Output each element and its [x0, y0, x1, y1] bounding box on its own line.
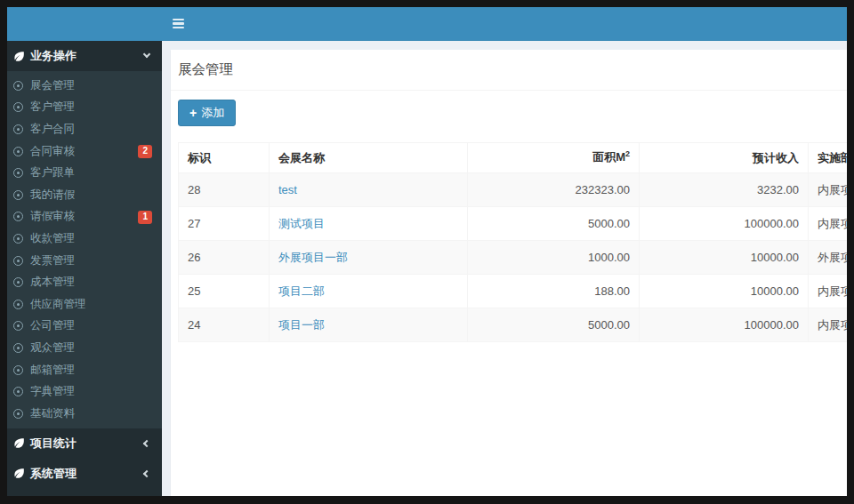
table-row: 24项目一部5000.00100000.00内展项目: [179, 308, 848, 342]
cell-income: 10000.00: [640, 275, 809, 308]
cell-id: 27: [179, 207, 270, 241]
cell-dept: 内展项目: [809, 275, 848, 308]
sidebar-submenu: 展会管理 客户管理 客户合同 合同审核 2 客户跟单 我的请假 请假审核 1 收…: [7, 71, 162, 428]
circle-dot-icon: [13, 256, 23, 266]
cell-area: 5000.00: [468, 207, 640, 241]
add-button-label: 添加: [201, 105, 224, 121]
app-window: 业务操作 展会管理 客户管理 客户合同 合同审核 2 客户跟单 我的请假 请假审…: [7, 7, 847, 496]
cell-id: 26: [179, 241, 270, 275]
cell-income: 10000.00: [640, 241, 809, 275]
circle-dot-icon: [13, 147, 23, 156]
sidebar-item-label: 发票管理: [30, 253, 75, 268]
cell-area: 232323.00: [468, 173, 640, 207]
sidebar-item[interactable]: 基础资料: [7, 403, 162, 425]
sidebar-item-label: 收款管理: [30, 231, 75, 246]
sidebar: 业务操作 展会管理 客户管理 客户合同 合同审核 2 客户跟单 我的请假 请假审…: [7, 7, 162, 496]
table-row: 27测试项目5000.00100000.00内展项目: [179, 207, 848, 241]
sidebar-item-label: 我的请假: [30, 188, 75, 203]
sidebar-item[interactable]: 客户跟单: [7, 162, 162, 184]
sidebar-item-label: 基础资料: [30, 406, 75, 421]
plus-icon: +: [189, 107, 197, 119]
sidebar-item[interactable]: 合同审核 2: [7, 140, 162, 163]
sidebar-item-label: 展会管理: [30, 78, 75, 93]
cell-area: 1000.00: [468, 241, 640, 275]
sidebar-section: 项目统计: [7, 428, 162, 459]
sidebar-item[interactable]: 成本管理: [7, 271, 162, 293]
circle-dot-icon: [13, 321, 23, 331]
sidebar-item-label: 公司管理: [30, 318, 75, 333]
cell-dept: 内展项目: [809, 308, 848, 342]
cell-income: 3232.00: [640, 173, 809, 207]
exhibition-link[interactable]: test: [278, 183, 297, 196]
exhibition-link[interactable]: 外展项目一部: [278, 251, 348, 264]
sidebar-item[interactable]: 供应商管理: [7, 293, 162, 316]
cell-income: 100000.00: [640, 308, 809, 342]
sidebar-item-label: 客户跟单: [30, 165, 75, 180]
cell-dept: 外展项目: [809, 241, 848, 275]
sidebar-item[interactable]: 字典管理: [7, 380, 162, 403]
circle-dot-icon: [13, 277, 23, 287]
cell-dept: 内展项目: [809, 207, 848, 241]
cell-area: 5000.00: [468, 308, 640, 342]
circle-dot-icon: [13, 409, 23, 419]
column-header: 预计收入: [640, 143, 809, 173]
leaf-icon: [13, 51, 25, 62]
circle-dot-icon: [13, 300, 23, 309]
sidebar-menu: 业务操作 展会管理 客户管理 客户合同 合同审核 2 客户跟单 我的请假 请假审…: [7, 41, 162, 489]
sidebar-item[interactable]: 展会管理: [7, 75, 162, 97]
sidebar-section-link[interactable]: 系统管理: [7, 459, 162, 489]
circle-dot-icon: [13, 168, 23, 178]
sidebar-section-label: 系统管理: [30, 466, 77, 482]
logo-area: [7, 7, 162, 41]
exhibition-link[interactable]: 项目一部: [278, 318, 325, 332]
sidebar-item[interactable]: 发票管理: [7, 250, 162, 272]
exhibition-link[interactable]: 项目二部: [278, 284, 325, 298]
cell-name: 外展项目一部: [270, 241, 468, 275]
column-header: 实施部门: [809, 143, 848, 173]
chevron-icon: [143, 439, 150, 446]
sidebar-item[interactable]: 邮箱管理: [7, 359, 162, 381]
circle-dot-icon: [13, 124, 23, 134]
content-box: 展会管理 + 添加 标识会展名称面积M2预计收入实施部门 28t: [171, 50, 847, 496]
sidebar-section-label: 项目统计: [30, 436, 77, 452]
sidebar-section-link[interactable]: 项目统计: [7, 428, 162, 459]
sidebar-item[interactable]: 我的请假: [7, 184, 162, 206]
exhibition-link[interactable]: 测试项目: [278, 217, 325, 230]
cell-name: 测试项目: [270, 207, 468, 241]
column-header: 会展名称: [270, 143, 468, 173]
cell-name: test: [270, 173, 468, 207]
sidebar-item-label: 成本管理: [30, 275, 75, 290]
top-navbar: [162, 7, 847, 41]
sidebar-section-label: 业务操作: [30, 48, 77, 64]
notification-badge: 2: [138, 145, 152, 158]
cell-id: 25: [179, 275, 270, 308]
sidebar-item[interactable]: 观众管理: [7, 337, 162, 359]
chevron-icon: [143, 469, 150, 476]
sidebar-item[interactable]: 收款管理: [7, 228, 162, 250]
sidebar-item[interactable]: 公司管理: [7, 316, 162, 338]
circle-dot-icon: [13, 387, 23, 396]
add-button[interactable]: + 添加: [178, 100, 236, 126]
sidebar-item[interactable]: 客户合同: [7, 118, 162, 140]
screenshot-frame: 业务操作 展会管理 客户管理 客户合同 合同审核 2 客户跟单 我的请假 请假审…: [0, 0, 854, 504]
circle-dot-icon: [13, 190, 23, 200]
circle-dot-icon: [13, 81, 23, 91]
exhibition-table: 标识会展名称面积M2预计收入实施部门 28test232323.003232.0…: [178, 142, 847, 342]
sidebar-toggle-button[interactable]: [162, 7, 194, 41]
sidebar-item-label: 邮箱管理: [30, 363, 75, 378]
sidebar-item-label: 观众管理: [30, 340, 75, 356]
content-area: 展会管理 + 添加 标识会展名称面积M2预计收入实施部门 28t: [162, 41, 847, 496]
sidebar-item[interactable]: 请假审核 1: [7, 206, 162, 228]
sidebar-item-label: 请假审核: [30, 209, 75, 224]
sidebar-section-link[interactable]: 业务操作: [7, 41, 162, 71]
sidebar-item-label: 字典管理: [30, 384, 75, 399]
circle-dot-icon: [13, 365, 23, 375]
leaf-icon: [13, 468, 25, 479]
sidebar-section: 系统管理: [7, 459, 162, 489]
cell-area: 188.00: [468, 275, 640, 308]
circle-dot-icon: [13, 234, 23, 244]
cell-name: 项目二部: [270, 275, 468, 308]
table-row: 28test232323.003232.00内展项目: [179, 173, 848, 207]
sidebar-item[interactable]: 客户管理: [7, 97, 162, 119]
circle-dot-icon: [13, 102, 23, 112]
